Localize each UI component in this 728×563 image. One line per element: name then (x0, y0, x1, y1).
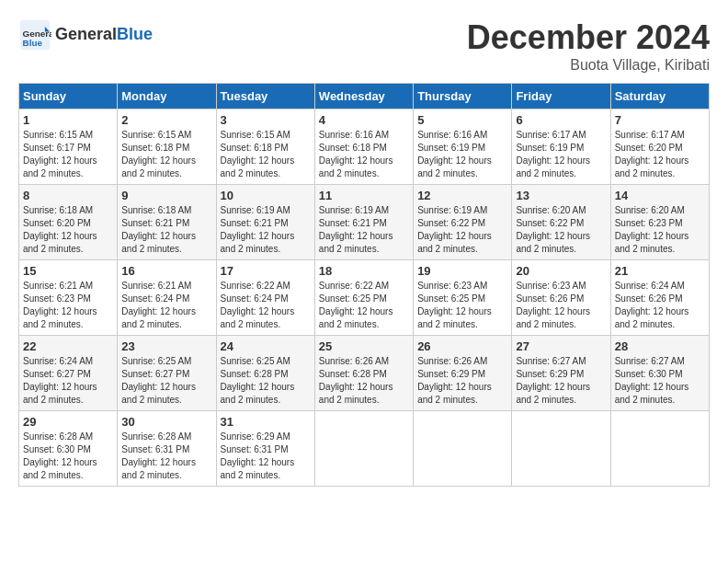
daylight-label: Daylight: 12 hours and 2 minutes. (417, 306, 492, 329)
day-info: Sunrise: 6:15 AM Sunset: 6:18 PM Dayligh… (221, 129, 311, 180)
sunset-label: Sunset: 6:22 PM (516, 218, 584, 228)
daylight-label: Daylight: 12 hours and 2 minutes. (319, 231, 393, 254)
sunset-label: Sunset: 6:24 PM (121, 293, 189, 304)
calendar-cell: 11 Sunrise: 6:19 AM Sunset: 6:21 PM Dayl… (314, 185, 413, 260)
calendar-header-row: Sunday Monday Tuesday Wednesday Thursday… (19, 84, 710, 109)
daylight-label: Daylight: 12 hours and 2 minutes. (319, 155, 393, 178)
calendar-cell: 8 Sunrise: 6:18 AM Sunset: 6:20 PM Dayli… (19, 185, 118, 260)
day-info: Sunrise: 6:15 AM Sunset: 6:17 PM Dayligh… (23, 129, 113, 180)
sunrise-label: Sunrise: 6:15 AM (221, 130, 290, 140)
day-number: 25 (319, 339, 409, 353)
day-info: Sunrise: 6:29 AM Sunset: 6:31 PM Dayligh… (221, 431, 311, 482)
col-friday: Friday (512, 84, 610, 109)
sunrise-label: Sunrise: 6:15 AM (23, 130, 93, 140)
sunrise-label: Sunrise: 6:20 AM (615, 205, 685, 215)
day-info: Sunrise: 6:27 AM Sunset: 6:29 PM Dayligh… (516, 355, 606, 407)
sunrise-label: Sunrise: 6:19 AM (319, 205, 389, 215)
daylight-label: Daylight: 12 hours and 2 minutes. (221, 231, 295, 254)
day-info: Sunrise: 6:28 AM Sunset: 6:31 PM Dayligh… (121, 431, 211, 482)
day-number: 9 (121, 189, 211, 202)
day-number: 6 (516, 113, 606, 127)
calendar-title: December 2024 (467, 18, 710, 57)
sunset-label: Sunset: 6:20 PM (23, 218, 91, 228)
calendar-cell (314, 411, 413, 487)
sunset-label: Sunset: 6:24 PM (221, 293, 289, 304)
sunset-label: Sunset: 6:31 PM (121, 444, 189, 454)
sunset-label: Sunset: 6:26 PM (615, 293, 683, 304)
daylight-label: Daylight: 12 hours and 2 minutes. (121, 306, 196, 329)
sunset-label: Sunset: 6:27 PM (23, 369, 91, 379)
day-number: 3 (221, 113, 311, 127)
day-info: Sunrise: 6:20 AM Sunset: 6:23 PM Dayligh… (615, 204, 705, 256)
day-info: Sunrise: 6:22 AM Sunset: 6:24 PM Dayligh… (221, 280, 311, 331)
sunset-label: Sunset: 6:18 PM (121, 143, 189, 153)
day-info: Sunrise: 6:17 AM Sunset: 6:19 PM Dayligh… (516, 129, 606, 180)
calendar-cell: 10 Sunrise: 6:19 AM Sunset: 6:21 PM Dayl… (216, 185, 314, 260)
calendar-cell: 21 Sunrise: 6:24 AM Sunset: 6:26 PM Dayl… (610, 260, 709, 336)
calendar-cell: 20 Sunrise: 6:23 AM Sunset: 6:26 PM Dayl… (512, 260, 610, 336)
sunrise-label: Sunrise: 6:23 AM (417, 281, 487, 291)
day-number: 12 (417, 189, 507, 202)
day-info: Sunrise: 6:26 AM Sunset: 6:29 PM Dayligh… (417, 355, 507, 407)
sunset-label: Sunset: 6:25 PM (319, 293, 387, 304)
day-info: Sunrise: 6:17 AM Sunset: 6:20 PM Dayligh… (615, 129, 705, 180)
sunset-label: Sunset: 6:28 PM (319, 369, 387, 379)
col-wednesday: Wednesday (314, 84, 413, 109)
day-info: Sunrise: 6:23 AM Sunset: 6:26 PM Dayligh… (516, 280, 606, 331)
daylight-label: Daylight: 12 hours and 2 minutes. (221, 155, 295, 178)
day-info: Sunrise: 6:18 AM Sunset: 6:20 PM Dayligh… (23, 204, 113, 256)
daylight-label: Daylight: 12 hours and 2 minutes. (615, 155, 689, 178)
sunrise-label: Sunrise: 6:23 AM (516, 281, 586, 291)
day-info: Sunrise: 6:21 AM Sunset: 6:23 PM Dayligh… (23, 280, 113, 331)
day-info: Sunrise: 6:24 AM Sunset: 6:27 PM Dayligh… (23, 355, 113, 407)
sunset-label: Sunset: 6:29 PM (516, 369, 584, 379)
daylight-label: Daylight: 12 hours and 2 minutes. (23, 457, 97, 480)
daylight-label: Daylight: 12 hours and 2 minutes. (417, 231, 492, 254)
sunset-label: Sunset: 6:19 PM (516, 143, 584, 153)
sunrise-label: Sunrise: 6:21 AM (121, 281, 191, 291)
day-number: 1 (23, 113, 113, 127)
daylight-label: Daylight: 12 hours and 2 minutes. (121, 231, 196, 254)
day-number: 17 (221, 264, 311, 278)
calendar-cell: 27 Sunrise: 6:27 AM Sunset: 6:29 PM Dayl… (512, 336, 610, 411)
col-sunday: Sunday (19, 84, 118, 109)
day-number: 30 (121, 415, 211, 429)
day-info: Sunrise: 6:19 AM Sunset: 6:21 PM Dayligh… (221, 204, 311, 256)
sunrise-label: Sunrise: 6:17 AM (615, 130, 685, 140)
daylight-label: Daylight: 12 hours and 2 minutes. (23, 231, 97, 254)
calendar-cell: 31 Sunrise: 6:29 AM Sunset: 6:31 PM Dayl… (216, 411, 314, 487)
calendar-cell: 22 Sunrise: 6:24 AM Sunset: 6:27 PM Dayl… (19, 336, 118, 411)
day-number: 13 (516, 189, 606, 202)
sunset-label: Sunset: 6:20 PM (615, 143, 683, 153)
sunrise-label: Sunrise: 6:17 AM (516, 130, 586, 140)
calendar-cell: 2 Sunrise: 6:15 AM Sunset: 6:18 PM Dayli… (118, 109, 216, 185)
day-info: Sunrise: 6:25 AM Sunset: 6:28 PM Dayligh… (221, 355, 311, 407)
calendar-cell: 17 Sunrise: 6:22 AM Sunset: 6:24 PM Dayl… (216, 260, 314, 336)
daylight-label: Daylight: 12 hours and 2 minutes. (319, 306, 393, 329)
day-number: 16 (121, 264, 211, 278)
day-info: Sunrise: 6:21 AM Sunset: 6:24 PM Dayligh… (121, 280, 211, 331)
calendar-cell: 3 Sunrise: 6:15 AM Sunset: 6:18 PM Dayli… (216, 109, 314, 185)
sunrise-label: Sunrise: 6:18 AM (23, 205, 93, 215)
day-number: 8 (23, 189, 113, 202)
calendar-subtitle: Buota Village, Kiribati (467, 57, 710, 74)
sunset-label: Sunset: 6:28 PM (221, 369, 289, 379)
calendar-cell (414, 411, 512, 487)
day-number: 23 (121, 339, 211, 353)
daylight-label: Daylight: 12 hours and 2 minutes. (221, 457, 295, 480)
calendar-cell: 26 Sunrise: 6:26 AM Sunset: 6:29 PM Dayl… (414, 336, 512, 411)
day-number: 7 (615, 113, 705, 127)
sunrise-label: Sunrise: 6:24 AM (615, 281, 685, 291)
calendar-cell: 5 Sunrise: 6:16 AM Sunset: 6:19 PM Dayli… (414, 109, 512, 185)
calendar-cell: 30 Sunrise: 6:28 AM Sunset: 6:31 PM Dayl… (118, 411, 216, 487)
daylight-label: Daylight: 12 hours and 2 minutes. (121, 155, 196, 178)
calendar-week-row: 22 Sunrise: 6:24 AM Sunset: 6:27 PM Dayl… (19, 336, 710, 411)
svg-text:Blue: Blue (23, 38, 43, 48)
calendar-table: Sunday Monday Tuesday Wednesday Thursday… (18, 83, 710, 487)
sunrise-label: Sunrise: 6:21 AM (23, 281, 93, 291)
day-number: 20 (516, 264, 606, 278)
sunrise-label: Sunrise: 6:22 AM (221, 281, 290, 291)
day-number: 4 (319, 113, 409, 127)
day-info: Sunrise: 6:16 AM Sunset: 6:18 PM Dayligh… (319, 129, 409, 180)
daylight-label: Daylight: 12 hours and 2 minutes. (319, 382, 393, 405)
